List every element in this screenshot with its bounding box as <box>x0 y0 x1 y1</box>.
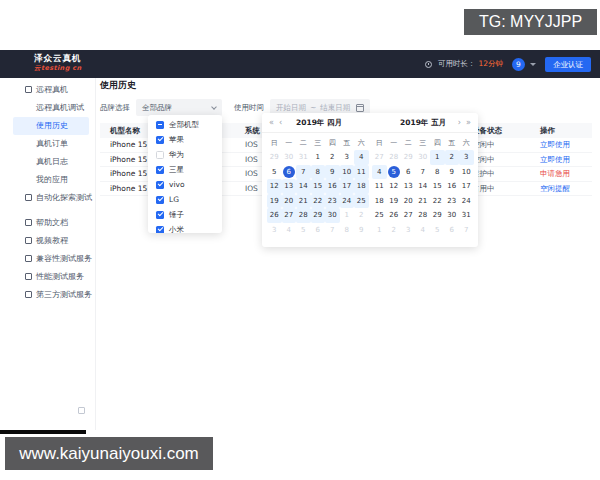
checkbox-checked-icon[interactable] <box>156 196 164 204</box>
date-cell[interactable]: 1 <box>372 223 387 238</box>
date-cell[interactable]: 4 <box>372 165 387 180</box>
checkbox-indeterminate-icon[interactable] <box>156 121 164 129</box>
brand-option-LG[interactable]: LG <box>148 192 222 207</box>
date-cell[interactable]: 6 <box>445 223 460 238</box>
sidebar-item-远程真机调试[interactable]: 远程真机调试 <box>0 99 95 117</box>
date-cell[interactable]: 27 <box>372 150 387 165</box>
date-cell[interactable]: 25 <box>372 208 387 223</box>
enterprise-cert-button[interactable]: 企业认证 <box>545 57 591 72</box>
date-cell[interactable]: 9 <box>354 223 369 238</box>
checkbox-checked-icon[interactable] <box>156 136 164 144</box>
date-cell[interactable]: 24 <box>340 194 355 209</box>
date-cell[interactable]: 30 <box>416 150 431 165</box>
date-cell[interactable]: 1 <box>311 150 326 165</box>
date-cell[interactable]: 12 <box>387 179 402 194</box>
date-cell[interactable]: 22 <box>430 194 445 209</box>
date-cell[interactable]: 21 <box>296 194 311 209</box>
brand-option-三星[interactable]: 三星 <box>148 162 222 177</box>
date-cell[interactable]: 30 <box>325 208 340 223</box>
date-cell[interactable]: 18 <box>372 194 387 209</box>
sidebar-item-真机日志[interactable]: 真机日志 <box>0 153 95 171</box>
date-cell[interactable]: 8 <box>430 165 445 180</box>
sidebar-item-帮助文档[interactable]: 帮助文档 <box>0 214 95 232</box>
date-cell[interactable]: 4 <box>282 223 297 238</box>
date-cell[interactable]: 7 <box>416 165 431 180</box>
date-cell[interactable]: 16 <box>445 179 460 194</box>
date-cell[interactable]: 8 <box>340 223 355 238</box>
sidebar-item-性能测试服务[interactable]: 性能测试服务 <box>0 268 95 286</box>
brand-select[interactable]: 全部品牌 <box>136 99 222 116</box>
date-cell[interactable]: 1 <box>340 208 355 223</box>
date-cell[interactable]: 27 <box>401 208 416 223</box>
brand-option-苹果[interactable]: 苹果 <box>148 132 222 147</box>
date-cell[interactable]: 13 <box>401 179 416 194</box>
brand-option-全部机型[interactable]: 全部机型 <box>148 117 222 132</box>
sidebar-item-远程真机[interactable]: 远程真机 <box>0 81 95 99</box>
date-cell[interactable]: 19 <box>387 194 402 209</box>
date-cell[interactable]: 6 <box>311 223 326 238</box>
action-link-立即使用[interactable]: 立即使用 <box>540 138 570 152</box>
date-cell[interactable]: 27 <box>282 208 297 223</box>
date-cell[interactable]: 8 <box>311 165 326 180</box>
sidebar-item-真机订单[interactable]: 真机订单 <box>0 135 95 153</box>
date-cell[interactable]: 21 <box>416 194 431 209</box>
brand-option-锤子[interactable]: 锤子 <box>148 207 222 222</box>
action-link-申请急用[interactable]: 申请急用 <box>540 167 570 181</box>
date-cell[interactable]: 12 <box>267 179 282 194</box>
date-cell[interactable]: 18 <box>354 179 369 194</box>
date-cell[interactable]: 5 <box>296 223 311 238</box>
sidebar-item-视频教程[interactable]: 视频教程 <box>0 232 95 250</box>
date-cell[interactable]: 20 <box>401 194 416 209</box>
date-cell[interactable]: 1 <box>430 150 445 165</box>
avatar[interactable]: 9 <box>512 58 525 71</box>
date-cell[interactable]: 13 <box>282 179 297 194</box>
brand-option-vivo[interactable]: vivo <box>148 177 222 192</box>
sidebar-item-兼容性测试服务[interactable]: 兼容性测试服务 <box>0 250 95 268</box>
date-cell[interactable]: 10 <box>340 165 355 180</box>
date-cell[interactable]: 2 <box>387 223 402 238</box>
sidebar-item-我的应用[interactable]: 我的应用 <box>0 171 95 189</box>
date-cell[interactable]: 30 <box>445 208 460 223</box>
checkbox-unchecked-icon[interactable] <box>156 151 164 159</box>
date-cell[interactable]: 10 <box>459 165 474 180</box>
next-year-icon[interactable]: » <box>466 113 471 133</box>
date-cell[interactable]: 16 <box>325 179 340 194</box>
checkbox-checked-icon[interactable] <box>156 211 164 219</box>
action-link-空闲提醒[interactable]: 空闲提醒 <box>540 182 570 196</box>
date-cell[interactable]: 4 <box>416 223 431 238</box>
date-cell[interactable]: 28 <box>296 208 311 223</box>
date-cell-selected[interactable]: 6 <box>282 165 297 180</box>
date-cell[interactable]: 22 <box>311 194 326 209</box>
date-cell[interactable]: 24 <box>459 194 474 209</box>
date-cell[interactable]: 7 <box>459 223 474 238</box>
checkbox-checked-icon[interactable] <box>156 181 164 189</box>
collapse-sidebar-icon[interactable] <box>78 407 85 414</box>
date-cell[interactable]: 31 <box>459 208 474 223</box>
date-cell[interactable]: 31 <box>296 150 311 165</box>
date-cell[interactable]: 3 <box>401 223 416 238</box>
date-cell[interactable]: 5 <box>267 165 282 180</box>
date-cell[interactable]: 3 <box>340 150 355 165</box>
sidebar-item-第三方测试服务[interactable]: 第三方测试服务 <box>0 286 95 304</box>
date-cell[interactable]: 15 <box>430 179 445 194</box>
date-cell[interactable]: 5 <box>430 223 445 238</box>
date-cell[interactable]: 2 <box>354 208 369 223</box>
date-cell[interactable]: 4 <box>354 150 369 165</box>
date-cell[interactable]: 29 <box>401 150 416 165</box>
date-cell[interactable]: 19 <box>267 194 282 209</box>
date-cell[interactable]: 7 <box>296 165 311 180</box>
action-link-立即使用[interactable]: 立即使用 <box>540 153 570 167</box>
sidebar-item-自动化探索测试[interactable]: 自动化探索测试 <box>0 189 95 207</box>
date-cell[interactable]: 25 <box>354 194 369 209</box>
date-cell[interactable]: 23 <box>445 194 460 209</box>
date-cell[interactable]: 26 <box>267 208 282 223</box>
date-cell-selected[interactable]: 5 <box>387 165 402 180</box>
chevron-down-icon[interactable] <box>530 63 536 66</box>
date-cell[interactable]: 7 <box>325 223 340 238</box>
date-cell[interactable]: 29 <box>267 150 282 165</box>
date-cell[interactable]: 9 <box>325 165 340 180</box>
date-cell[interactable]: 3 <box>459 150 474 165</box>
sidebar-item-使用历史[interactable]: 使用历史 <box>13 117 89 135</box>
brand-option-小米[interactable]: 小米 <box>148 222 222 233</box>
date-cell[interactable]: 23 <box>325 194 340 209</box>
